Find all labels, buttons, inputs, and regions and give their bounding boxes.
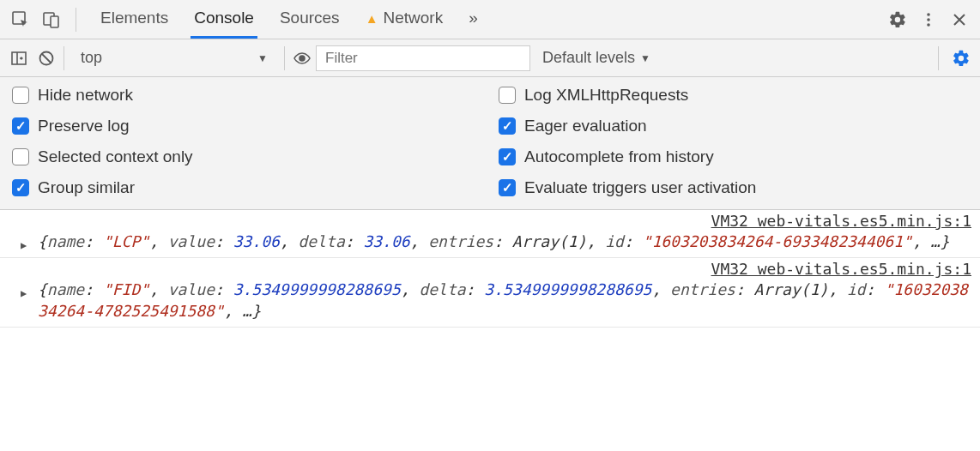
log-object[interactable]: {name: "FID", value: 3.5349999998288695,… (38, 280, 971, 322)
console-output: VM32 web-vitals.es5.min.js:1 ▶ {name: "L… (0, 210, 980, 328)
checkbox-autocomplete-history[interactable]: Autocomplete from history (499, 147, 968, 166)
more-tabs-button[interactable]: » (465, 0, 481, 39)
checkbox-label: Preserve log (38, 117, 130, 135)
console-settings-panel: Hide network Log XMLHttpRequests Preserv… (0, 77, 980, 210)
checkbox-icon (12, 87, 29, 104)
svg-point-3 (927, 13, 930, 16)
log-object[interactable]: {name: "LCP", value: 33.06, delta: 33.06… (38, 232, 971, 252)
device-toolbar-icon[interactable] (36, 4, 67, 35)
svg-point-8 (299, 56, 305, 61)
tab-network[interactable]: ▲ Network (362, 0, 447, 39)
separator (76, 8, 76, 32)
checkbox-label: Evaluate triggers user activation (524, 178, 756, 197)
svg-rect-2 (51, 16, 58, 27)
clear-console-icon[interactable] (33, 45, 60, 72)
expand-triangle-icon[interactable]: ▶ (21, 287, 27, 299)
log-levels-select[interactable]: Default levels ▼ (542, 49, 650, 67)
separator (64, 46, 64, 70)
show-sidebar-icon[interactable] (5, 45, 33, 72)
checkbox-label: Selected context only (38, 147, 193, 166)
tab-network-label: Network (383, 9, 443, 27)
checkbox-label: Log XMLHttpRequests (524, 86, 688, 105)
context-select-value: top (81, 49, 102, 67)
checkbox-label: Group similar (38, 178, 135, 197)
log-entry: VM32 web-vitals.es5.min.js:1 ▶ {name: "F… (0, 258, 980, 328)
checkbox-label: Eager evaluation (524, 117, 647, 135)
checkbox-icon (499, 148, 516, 165)
live-expression-eye-icon[interactable] (288, 45, 316, 72)
checkbox-label: Hide network (38, 86, 133, 105)
checkbox-label: Autocomplete from history (524, 147, 714, 166)
tab-elements[interactable]: Elements (97, 0, 172, 39)
checkbox-icon (12, 117, 29, 135)
checkbox-selected-context[interactable]: Selected context only (12, 147, 481, 166)
separator (284, 46, 285, 70)
tab-sources[interactable]: Sources (276, 0, 343, 39)
close-icon[interactable] (944, 4, 975, 35)
checkbox-icon (12, 179, 29, 196)
separator (938, 46, 939, 70)
checkbox-icon (499, 87, 516, 104)
settings-gear-icon[interactable] (882, 4, 913, 35)
panel-tabs: Elements Console Sources ▲ Network » (97, 0, 481, 39)
checkbox-eager-eval[interactable]: Eager evaluation (499, 117, 968, 135)
checkbox-preserve-log[interactable]: Preserve log (12, 117, 481, 135)
checkbox-icon (499, 179, 516, 196)
kebab-menu-icon[interactable] (913, 4, 944, 35)
checkbox-user-activation[interactable]: Evaluate triggers user activation (499, 178, 968, 197)
source-link[interactable]: VM32 web-vitals.es5.min.js:1 (38, 260, 971, 278)
checkbox-hide-network[interactable]: Hide network (12, 86, 481, 105)
console-toolbar: top ▼ Default levels ▼ (0, 39, 980, 77)
checkbox-group-similar[interactable]: Group similar (12, 178, 481, 197)
devtools-topbar: Elements Console Sources ▲ Network » (0, 0, 980, 39)
expand-triangle-icon[interactable]: ▶ (21, 239, 27, 251)
inspect-element-icon[interactable] (5, 4, 36, 35)
warning-icon: ▲ (366, 11, 378, 26)
tab-console[interactable]: Console (191, 0, 257, 39)
levels-label: Default levels (542, 49, 635, 67)
filter-input[interactable] (316, 45, 530, 71)
svg-point-4 (927, 18, 930, 21)
console-settings-gear-icon[interactable] (947, 45, 975, 72)
dropdown-triangle-icon: ▼ (640, 52, 650, 64)
source-link[interactable]: VM32 web-vitals.es5.min.js:1 (38, 212, 971, 230)
checkbox-log-xhr[interactable]: Log XMLHttpRequests (499, 86, 968, 105)
execution-context-select[interactable]: top ▼ (71, 45, 277, 71)
checkbox-icon (12, 148, 29, 165)
svg-point-5 (927, 23, 930, 27)
svg-rect-6 (12, 52, 26, 64)
log-entry: VM32 web-vitals.es5.min.js:1 ▶ {name: "L… (0, 210, 980, 258)
dropdown-triangle-icon: ▼ (257, 52, 268, 64)
checkbox-icon (499, 117, 516, 135)
